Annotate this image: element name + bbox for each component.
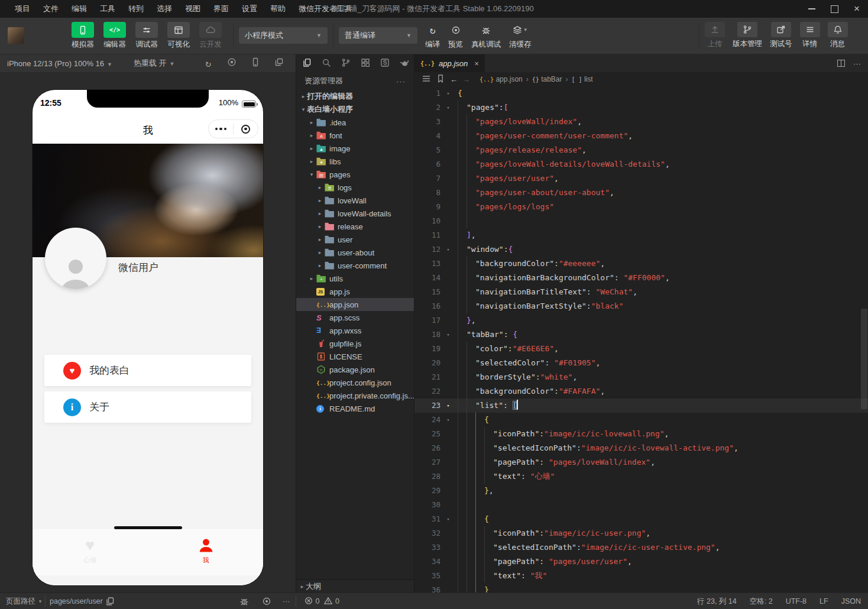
tree-item-loveWall-details[interactable]: ▸loveWall-details [296, 207, 414, 220]
more-actions-icon[interactable]: ··· [396, 77, 406, 86]
copy-path-icon[interactable] [105, 593, 115, 609]
code-line-11[interactable]: 11], [414, 228, 868, 242]
tree-item-LICENSE[interactable]: LICENSE [296, 350, 414, 363]
menu-item[interactable]: 视图 [179, 0, 207, 18]
editor-scrollbar[interactable] [861, 309, 867, 409]
menu-item[interactable]: 界面 [207, 0, 235, 18]
record-icon[interactable] [220, 57, 244, 69]
snippets-icon[interactable] [380, 58, 390, 69]
tree-item-project.private.config.js...[interactable]: {..}project.private.config.js... [296, 389, 414, 402]
code-line-21[interactable]: 21"borderStyle":"white", [414, 370, 868, 384]
code-line-3[interactable]: 3"pages/loveWall/index", [414, 115, 868, 129]
action-lines[interactable]: 详情 [800, 22, 820, 49]
fold-icon[interactable]: ▾ [444, 512, 452, 526]
tree-item-user[interactable]: ▸user [296, 233, 414, 246]
code-line-30[interactable]: 30 [414, 498, 868, 512]
tree-item-pages[interactable]: ▾▤pages [296, 168, 414, 181]
mode-button-cloud[interactable]: 云开发 [197, 22, 224, 50]
statusbar-item[interactable]: JSON [841, 597, 861, 605]
menu-item[interactable]: 转到 [122, 0, 150, 18]
exit-icon[interactable] [234, 125, 258, 134]
outline-section[interactable]: ▸ 大纲 [296, 579, 414, 592]
compile-select[interactable]: 普通编译▼ [339, 27, 417, 44]
code-line-26[interactable]: 26"selectedIconPath":"image/ic/ic-lovewa… [414, 441, 868, 455]
maximize-icon[interactable] [823, 0, 846, 18]
user-avatar[interactable] [8, 27, 24, 44]
phone-tab-me[interactable]: 我 [170, 536, 241, 565]
tree-item-.idea[interactable]: ▸.idea [296, 116, 414, 129]
code-line-36[interactable]: 36} [414, 583, 868, 592]
tree-item-app.scss[interactable]: Sapp.scss [296, 311, 414, 324]
code-line-18[interactable]: 18▾"tabBar": { [414, 328, 868, 342]
back-icon[interactable]: ← [450, 75, 458, 84]
tree-item-logs[interactable]: ▸≣logs [296, 181, 414, 194]
tree-item-user-about[interactable]: ▸user-about [296, 246, 414, 259]
code-line-33[interactable]: 33"selectedIconPath":"image/ic/ic-user-a… [414, 540, 868, 555]
fold-icon[interactable]: ▾ [444, 328, 452, 342]
code-line-22[interactable]: 22"backgroundColor":"#FAFAFA", [414, 384, 868, 399]
code-line-25[interactable]: 25"iconPath":"image/ic/ic-lovewall.png", [414, 427, 868, 441]
code-line-34[interactable]: 34"pagePath": "pages/user/user", [414, 555, 868, 569]
tree-item-libs[interactable]: ▸●libs [296, 155, 414, 168]
statusbar-item[interactable]: UTF-8 [786, 597, 807, 605]
close-tab-icon[interactable]: × [472, 59, 479, 68]
code-line-7[interactable]: 7"pages/user/user", [414, 171, 868, 186]
code-line-12[interactable]: 12▾"window":{ [414, 242, 868, 257]
code-line-14[interactable]: 14"navigationBarBackgroundColor": "#FF00… [414, 271, 868, 285]
mode-button-code[interactable]: </>编辑器 [102, 22, 128, 50]
tree-item-README.md[interactable]: iREADME.md [296, 402, 414, 415]
tree-section-打开的编辑器[interactable]: ▸打开的编辑器 [296, 90, 414, 103]
code-line-35[interactable]: 35"text": "我" [414, 569, 868, 583]
extensions-icon[interactable] [361, 58, 370, 69]
tree-section-表白墙小程序[interactable]: ▾表白墙小程序 [296, 103, 414, 116]
code-line-19[interactable]: 19"color":"#E6E6E6", [414, 342, 868, 356]
tree-item-app.json[interactable]: {..}app.json [296, 298, 414, 311]
breadcrumb-item[interactable]: {..} app.json [480, 75, 523, 83]
action-branch[interactable]: 版本管理 [733, 22, 762, 49]
statusbar-item[interactable]: LF [820, 597, 828, 605]
user-avatar-placeholder[interactable] [45, 228, 106, 289]
explorer-icon[interactable] [302, 58, 312, 69]
tree-item-package.json[interactable]: npackage.json [296, 363, 414, 376]
code-line-16[interactable]: 16"navigationBarTextStyle":"black" [414, 299, 868, 313]
code-line-5[interactable]: 5"pages/release/release", [414, 143, 868, 157]
tree-item-utils[interactable]: ▸+utils [296, 272, 414, 285]
action-test[interactable]: 测试号 [770, 22, 792, 49]
code-line-28[interactable]: 28"text": "心墙" [414, 469, 868, 484]
mode-button-phone[interactable]: 模拟器 [70, 22, 96, 50]
tree-item-app.wxss[interactable]: Ǝapp.wxss [296, 324, 414, 337]
hot-reload-toggle[interactable]: 热重载 开▼ [112, 58, 175, 69]
tree-item-app.js[interactable]: JSapp.js [296, 285, 414, 298]
minimize-icon[interactable] [801, 0, 823, 18]
outline-list-icon[interactable] [422, 74, 431, 85]
tree-item-release[interactable]: ▸release [296, 220, 414, 233]
tab-app-json[interactable]: {..} app.json × [414, 54, 485, 72]
fold-icon[interactable]: ▾ [444, 242, 452, 257]
menu-item[interactable]: 帮助 [264, 0, 292, 18]
code-line-24[interactable]: 24▾{ [414, 413, 868, 427]
breadcrumb-item[interactable]: {} tabBar [532, 75, 562, 83]
phone-icon[interactable] [244, 57, 267, 69]
mode-select[interactable]: 小程序模式▼ [239, 27, 328, 44]
code-line-20[interactable]: 20"selectedColor": "#F01905", [414, 356, 868, 370]
tree-item-gulpfile.js[interactable]: gulpfile.js [296, 337, 414, 350]
menu-item[interactable]: 设置 [235, 0, 264, 18]
fold-icon[interactable]: ▾ [444, 413, 452, 427]
breadcrumb-item[interactable]: [ ] list [572, 75, 593, 83]
windows-icon[interactable] [267, 57, 291, 69]
action-bell[interactable]: 消息 [828, 22, 848, 49]
action-eye[interactable]: 预览 [446, 22, 465, 50]
editor-more-icon[interactable]: ··· [853, 59, 861, 68]
tree-item-project.config.json[interactable]: {..}project.config.json [296, 376, 414, 389]
tree-item-font[interactable]: ▸Afont [296, 129, 414, 142]
problems-indicator[interactable]: 0 0 [304, 593, 339, 609]
close-icon[interactable]: × [846, 0, 868, 18]
mode-button-layout[interactable]: 可视化 [166, 22, 192, 50]
split-editor-icon[interactable] [837, 60, 845, 67]
code-line-2[interactable]: 2▾"pages":[ [414, 101, 868, 115]
menu-item[interactable]: 文件 [37, 0, 65, 18]
action-refresh[interactable]: ↻编译 [423, 22, 442, 50]
statusbar-item[interactable]: 空格: 2 [750, 597, 773, 607]
menu-item[interactable]: 项目 [8, 0, 37, 18]
code-line-17[interactable]: 17}, [414, 313, 868, 328]
